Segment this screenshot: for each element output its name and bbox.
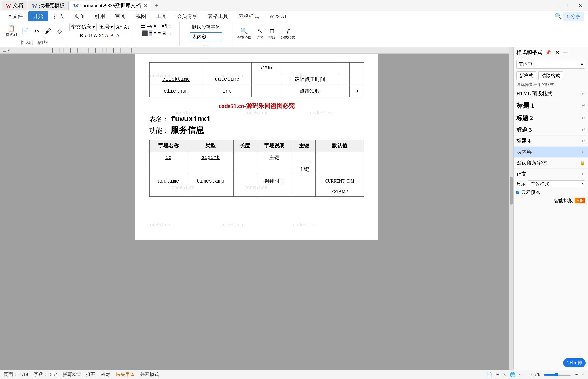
zoom-slider[interactable] <box>543 373 571 377</box>
col-layout-btn[interactable]: ⊞ <box>162 30 166 36</box>
ribbon-tab-view[interactable]: 视图 <box>131 11 151 21</box>
close-btn[interactable]: ✕ <box>574 2 586 9</box>
clear-btn[interactable]: ◇ <box>54 27 64 36</box>
tab-main[interactable]: W springbootg983#数据库文档 ✕ <box>69 1 151 10</box>
font-shrink-btn[interactable]: A↓ <box>124 24 130 30</box>
style-item-html[interactable]: HTML 预设格式 ↵ <box>514 88 588 99</box>
font-grow-btn[interactable]: A↑ <box>116 24 122 30</box>
view-icon-2[interactable]: ≡ <box>496 372 499 377</box>
ribbon-tab-file[interactable]: ≡ 文件 <box>4 11 28 21</box>
page-info: 页面：11/14 <box>4 371 28 378</box>
style-item-table-content[interactable]: 表内容 ↵ <box>514 147 588 158</box>
ribbon-tab-page[interactable]: 页面 <box>69 11 89 21</box>
style-item-h4[interactable]: 标题 4 ↵ <box>514 136 588 147</box>
border-btn[interactable]: □ <box>168 30 171 36</box>
cell <box>350 63 364 73</box>
font-color-btn[interactable]: A <box>105 33 108 39</box>
style-dropdown[interactable]: 表内容 ▾ <box>516 60 585 68</box>
format-btn[interactable]: 🖌 <box>43 27 53 36</box>
bold-btn[interactable]: B <box>80 33 83 39</box>
underline-btn[interactable]: U <box>88 33 92 39</box>
view-icon-5[interactable]: ✏ <box>520 372 523 377</box>
tab-doc[interactable]: W 文档 <box>2 1 27 10</box>
table-content-style[interactable]: 表内容 <box>190 32 222 42</box>
panel-expand-btn[interactable]: — <box>562 49 570 56</box>
sort-btn[interactable]: ⊞ 排版 <box>267 27 278 41</box>
zoom-out-btn[interactable]: − <box>575 372 578 377</box>
statusbar: 页面：11/14 字数：1557 拼写检查：打开 校对 缺失字体 兼容模式 📄 … <box>0 370 588 379</box>
select-btn[interactable]: ↖ 选择 <box>254 27 266 41</box>
ribbon-tab-member[interactable]: 会员专享 <box>172 11 202 21</box>
italic-btn[interactable]: I <box>85 33 86 39</box>
cut-btn[interactable]: ✂ <box>32 27 42 36</box>
search-btn[interactable]: 🔍 <box>554 13 562 20</box>
doc-scroll-area[interactable]: code51.cn code51.cn code51.cn code51.cn … <box>0 54 513 370</box>
para-btn[interactable]: ¶ <box>165 23 168 29</box>
font-size-selector[interactable]: 五号 ▾ <box>98 23 115 31</box>
add-tab-btn[interactable]: + <box>152 2 161 9</box>
ribbon-tab-insert[interactable]: 插入 <box>49 11 68 21</box>
justify-btn[interactable]: ≡ <box>158 30 161 36</box>
style-item-h1[interactable]: 标题 1 ↵ <box>514 99 588 112</box>
ribbon-tab-tools[interactable]: 工具 <box>152 11 171 21</box>
align-center-btn[interactable]: ≡ <box>149 30 152 36</box>
paste-btn[interactable]: 📋 格式刷 <box>4 24 19 38</box>
new-style-btn[interactable]: 新样式 <box>516 71 537 80</box>
find-replace-btn[interactable]: 🔍 查找替换 <box>235 27 253 41</box>
ch-btn[interactable]: CH ♦ 排 <box>563 358 586 367</box>
panel-close-btn[interactable]: ✕ <box>554 49 561 56</box>
view-icon-1[interactable]: 📄 <box>487 372 492 377</box>
font-name-selector[interactable]: 华文仿宋 ▾ <box>69 23 97 31</box>
indent-right-btn[interactable]: ⇥ <box>160 23 164 29</box>
view-icon-4[interactable]: 🌐 <box>510 372 516 377</box>
cell-addtime-type2 <box>187 187 234 197</box>
panel-pin-btn[interactable]: 📌 <box>544 49 553 56</box>
spell-check[interactable]: 拼写检查：打开 <box>63 371 95 378</box>
ribbon-tab-home[interactable]: 开始 <box>29 11 48 21</box>
formula-btn[interactable]: 𝑓 公式模式 <box>279 27 297 41</box>
superscript-btn[interactable]: X² <box>99 33 103 38</box>
cell-id-field: id <box>150 152 187 164</box>
missing-font[interactable]: 缺失字体 <box>116 371 135 378</box>
style-item-default-para[interactable]: 默认段落字体 🔒 <box>514 158 588 169</box>
zoom-in-btn[interactable]: + <box>582 372 584 377</box>
list-btn[interactable]: ☰ <box>141 23 146 29</box>
font-color2-btn[interactable]: A <box>116 33 120 39</box>
share-btn[interactable]: ↑ 分享 <box>563 12 585 21</box>
table-header-row: 字段名称 类型 长度 字段说明 主键 默认值 <box>150 140 364 152</box>
align-right-btn[interactable]: ≡ <box>153 30 156 36</box>
style-item-h2[interactable]: 标题 2 ↵ <box>514 112 588 124</box>
ruler-icon[interactable]: ☰ ▾ <box>3 48 10 53</box>
minimize-btn[interactable]: — <box>546 2 558 9</box>
doc-page: code51.cn code51.cn code51.cn code51.cn … <box>135 54 378 240</box>
num-list-btn[interactable]: ≡# <box>147 23 152 29</box>
style-item-body[interactable]: 正文 ↵ <box>514 169 588 179</box>
show-preview-checkbox[interactable] <box>516 191 520 194</box>
ribbon-tab-table-tools[interactable]: 表格工具 <box>203 11 233 21</box>
line-space-btn[interactable]: ↕ <box>169 23 171 29</box>
lock-icon: 🔒 <box>579 160 585 166</box>
default-para-style[interactable]: 默认段落字体 <box>190 23 222 32</box>
indent-left-btn[interactable]: ⇤ <box>154 23 158 29</box>
style-item-h3[interactable]: 标题 3 ↵ <box>514 124 588 136</box>
clipboard-btns: 📋 格式刷 📄 ✂ 🖌 ◇ <box>4 23 64 39</box>
copy-btn[interactable]: 📄 <box>20 27 31 36</box>
view-icon-3[interactable]: ▷ <box>503 372 506 377</box>
main-table: 字段名称 类型 长度 字段说明 主键 默认值 id <box>149 140 364 197</box>
ribbon-tab-wpsai[interactable]: WPS AI <box>265 12 291 21</box>
align-left-btn[interactable]: ⬛ <box>142 30 148 36</box>
cell-addtime-field: addtime <box>150 175 187 187</box>
display-select[interactable]: 有效样式 <box>528 180 585 187</box>
ribbon-tab-ref[interactable]: 引用 <box>90 11 110 21</box>
restore-btn[interactable]: □ <box>561 2 572 9</box>
strikethrough-btn[interactable]: A̶ <box>94 33 97 38</box>
ribbon-tab-review[interactable]: 审阅 <box>111 11 130 21</box>
ribbon-tab-table-style[interactable]: 表格样式 <box>234 11 264 21</box>
highlight-btn[interactable]: A <box>110 33 114 39</box>
tab-close-btn[interactable]: ✕ <box>144 3 147 8</box>
smart-row: 智能排版 VIP <box>514 196 588 205</box>
tab-template[interactable]: W 找框壳模板 <box>28 1 68 10</box>
style-item-h4-enter: ↵ <box>582 139 585 143</box>
cell-clicktime-pk <box>339 73 350 85</box>
clear-style-btn[interactable]: 清除格式 <box>538 71 563 80</box>
